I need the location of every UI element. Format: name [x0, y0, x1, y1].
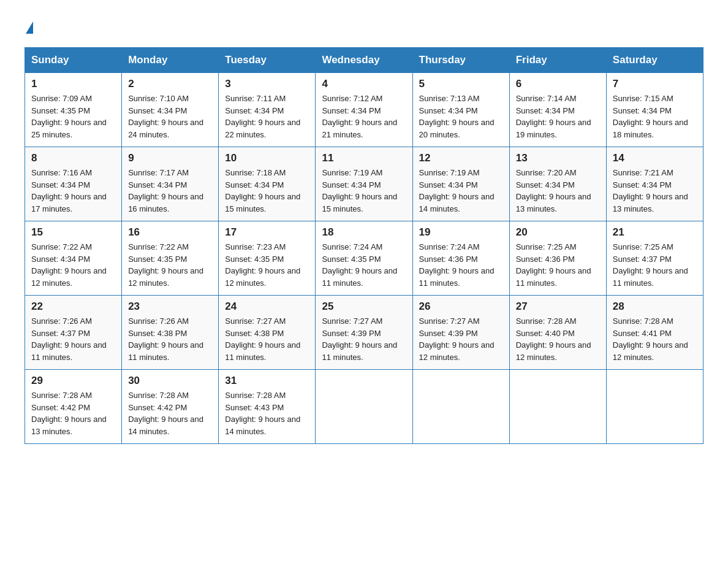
weekday-header-friday: Friday	[509, 48, 606, 73]
calendar-cell: 23Sunrise: 7:26 AMSunset: 4:38 PMDayligh…	[122, 296, 219, 370]
day-info: Sunrise: 7:28 AMSunset: 4:42 PMDaylight:…	[31, 389, 115, 437]
calendar-cell: 27Sunrise: 7:28 AMSunset: 4:40 PMDayligh…	[509, 296, 606, 370]
day-info: Sunrise: 7:24 AMSunset: 4:35 PMDaylight:…	[322, 241, 406, 289]
weekday-header-saturday: Saturday	[606, 48, 703, 73]
day-info: Sunrise: 7:28 AMSunset: 4:43 PMDaylight:…	[225, 389, 309, 437]
day-number: 26	[419, 301, 503, 313]
day-info: Sunrise: 7:26 AMSunset: 4:38 PMDaylight:…	[128, 315, 212, 363]
day-info: Sunrise: 7:28 AMSunset: 4:42 PMDaylight:…	[128, 389, 212, 437]
day-number: 27	[516, 301, 600, 313]
day-info: Sunrise: 7:17 AMSunset: 4:34 PMDaylight:…	[128, 167, 212, 215]
day-number: 6	[516, 78, 600, 90]
calendar-cell: 15Sunrise: 7:22 AMSunset: 4:34 PMDayligh…	[25, 221, 122, 296]
weekday-header-row: SundayMondayTuesdayWednesdayThursdayFrid…	[25, 48, 703, 73]
calendar-cell	[316, 370, 412, 444]
logo-triangle-icon	[26, 21, 33, 34]
day-number: 25	[322, 301, 406, 313]
day-info: Sunrise: 7:28 AMSunset: 4:41 PMDaylight:…	[613, 315, 697, 363]
weekday-header-monday: Monday	[122, 48, 219, 73]
calendar-cell: 14Sunrise: 7:21 AMSunset: 4:34 PMDayligh…	[606, 147, 703, 221]
day-number: 1	[31, 78, 115, 90]
calendar-cell: 29Sunrise: 7:28 AMSunset: 4:42 PMDayligh…	[25, 370, 122, 444]
day-info: Sunrise: 7:20 AMSunset: 4:34 PMDaylight:…	[516, 167, 600, 215]
day-info: Sunrise: 7:22 AMSunset: 4:34 PMDaylight:…	[31, 241, 115, 289]
day-number: 9	[128, 152, 212, 164]
weekday-header-tuesday: Tuesday	[219, 48, 316, 73]
day-info: Sunrise: 7:16 AMSunset: 4:34 PMDaylight:…	[31, 167, 115, 215]
day-info: Sunrise: 7:10 AMSunset: 4:34 PMDaylight:…	[128, 93, 212, 140]
day-info: Sunrise: 7:22 AMSunset: 4:35 PMDaylight:…	[128, 241, 212, 289]
day-number: 4	[322, 78, 406, 90]
day-info: Sunrise: 7:19 AMSunset: 4:34 PMDaylight:…	[419, 167, 503, 215]
calendar-cell: 30Sunrise: 7:28 AMSunset: 4:42 PMDayligh…	[122, 370, 219, 444]
calendar-cell: 8Sunrise: 7:16 AMSunset: 4:34 PMDaylight…	[25, 147, 122, 221]
day-number: 19	[419, 226, 503, 239]
day-info: Sunrise: 7:25 AMSunset: 4:37 PMDaylight:…	[613, 241, 697, 289]
calendar-cell: 3Sunrise: 7:11 AMSunset: 4:34 PMDaylight…	[219, 73, 316, 147]
calendar-cell: 13Sunrise: 7:20 AMSunset: 4:34 PMDayligh…	[509, 147, 606, 221]
calendar-cell	[509, 370, 606, 444]
day-number: 10	[225, 152, 309, 164]
day-number: 20	[516, 226, 600, 239]
day-info: Sunrise: 7:18 AMSunset: 4:34 PMDaylight:…	[225, 167, 309, 215]
calendar-week-row: 29Sunrise: 7:28 AMSunset: 4:42 PMDayligh…	[25, 370, 703, 444]
day-info: Sunrise: 7:25 AMSunset: 4:36 PMDaylight:…	[516, 241, 600, 289]
day-number: 16	[128, 226, 212, 239]
calendar-cell: 9Sunrise: 7:17 AMSunset: 4:34 PMDaylight…	[122, 147, 219, 221]
calendar-cell: 19Sunrise: 7:24 AMSunset: 4:36 PMDayligh…	[412, 221, 509, 296]
weekday-header-sunday: Sunday	[25, 48, 122, 73]
calendar-cell: 12Sunrise: 7:19 AMSunset: 4:34 PMDayligh…	[412, 147, 509, 221]
calendar-table: SundayMondayTuesdayWednesdayThursdayFrid…	[25, 47, 703, 444]
day-number: 22	[31, 301, 115, 313]
calendar-cell: 26Sunrise: 7:27 AMSunset: 4:39 PMDayligh…	[412, 296, 509, 370]
day-number: 5	[419, 78, 503, 90]
calendar-cell: 16Sunrise: 7:22 AMSunset: 4:35 PMDayligh…	[122, 221, 219, 296]
day-info: Sunrise: 7:19 AMSunset: 4:34 PMDaylight:…	[322, 167, 406, 215]
day-number: 28	[613, 301, 697, 313]
day-info: Sunrise: 7:27 AMSunset: 4:39 PMDaylight:…	[322, 315, 406, 363]
day-info: Sunrise: 7:09 AMSunset: 4:35 PMDaylight:…	[31, 93, 115, 140]
day-info: Sunrise: 7:12 AMSunset: 4:34 PMDaylight:…	[322, 93, 406, 140]
calendar-cell: 21Sunrise: 7:25 AMSunset: 4:37 PMDayligh…	[606, 221, 703, 296]
calendar-cell: 10Sunrise: 7:18 AMSunset: 4:34 PMDayligh…	[219, 147, 316, 221]
calendar-cell: 20Sunrise: 7:25 AMSunset: 4:36 PMDayligh…	[509, 221, 606, 296]
day-number: 13	[516, 152, 600, 164]
calendar-week-row: 8Sunrise: 7:16 AMSunset: 4:34 PMDaylight…	[25, 147, 703, 221]
calendar-cell: 31Sunrise: 7:28 AMSunset: 4:43 PMDayligh…	[219, 370, 316, 444]
logo	[25, 18, 33, 35]
calendar-cell: 18Sunrise: 7:24 AMSunset: 4:35 PMDayligh…	[316, 221, 412, 296]
calendar-cell: 2Sunrise: 7:10 AMSunset: 4:34 PMDaylight…	[122, 73, 219, 147]
calendar-week-row: 15Sunrise: 7:22 AMSunset: 4:34 PMDayligh…	[25, 221, 703, 296]
calendar-cell: 11Sunrise: 7:19 AMSunset: 4:34 PMDayligh…	[316, 147, 412, 221]
day-number: 12	[419, 152, 503, 164]
day-info: Sunrise: 7:13 AMSunset: 4:34 PMDaylight:…	[419, 93, 503, 140]
day-info: Sunrise: 7:21 AMSunset: 4:34 PMDaylight:…	[613, 167, 697, 215]
calendar-cell: 6Sunrise: 7:14 AMSunset: 4:34 PMDaylight…	[509, 73, 606, 147]
calendar-cell: 17Sunrise: 7:23 AMSunset: 4:35 PMDayligh…	[219, 221, 316, 296]
calendar-cell: 22Sunrise: 7:26 AMSunset: 4:37 PMDayligh…	[25, 296, 122, 370]
calendar-cell	[412, 370, 509, 444]
calendar-cell	[606, 370, 703, 444]
day-info: Sunrise: 7:24 AMSunset: 4:36 PMDaylight:…	[419, 241, 503, 289]
day-info: Sunrise: 7:27 AMSunset: 4:39 PMDaylight:…	[419, 315, 503, 363]
day-number: 23	[128, 301, 212, 313]
weekday-header-thursday: Thursday	[412, 48, 509, 73]
day-number: 17	[225, 226, 309, 239]
day-number: 21	[613, 226, 697, 239]
day-number: 8	[31, 152, 115, 164]
weekday-header-wednesday: Wednesday	[316, 48, 412, 73]
day-info: Sunrise: 7:27 AMSunset: 4:38 PMDaylight:…	[225, 315, 309, 363]
day-number: 30	[128, 375, 212, 387]
calendar-cell: 7Sunrise: 7:15 AMSunset: 4:34 PMDaylight…	[606, 73, 703, 147]
day-number: 24	[225, 301, 309, 313]
day-info: Sunrise: 7:14 AMSunset: 4:34 PMDaylight:…	[516, 93, 600, 140]
day-number: 3	[225, 78, 309, 90]
day-info: Sunrise: 7:26 AMSunset: 4:37 PMDaylight:…	[31, 315, 115, 363]
calendar-cell: 4Sunrise: 7:12 AMSunset: 4:34 PMDaylight…	[316, 73, 412, 147]
day-number: 31	[225, 375, 309, 387]
page-header	[25, 18, 703, 35]
calendar-cell: 25Sunrise: 7:27 AMSunset: 4:39 PMDayligh…	[316, 296, 412, 370]
day-number: 14	[613, 152, 697, 164]
calendar-cell: 5Sunrise: 7:13 AMSunset: 4:34 PMDaylight…	[412, 73, 509, 147]
day-number: 18	[322, 226, 406, 239]
